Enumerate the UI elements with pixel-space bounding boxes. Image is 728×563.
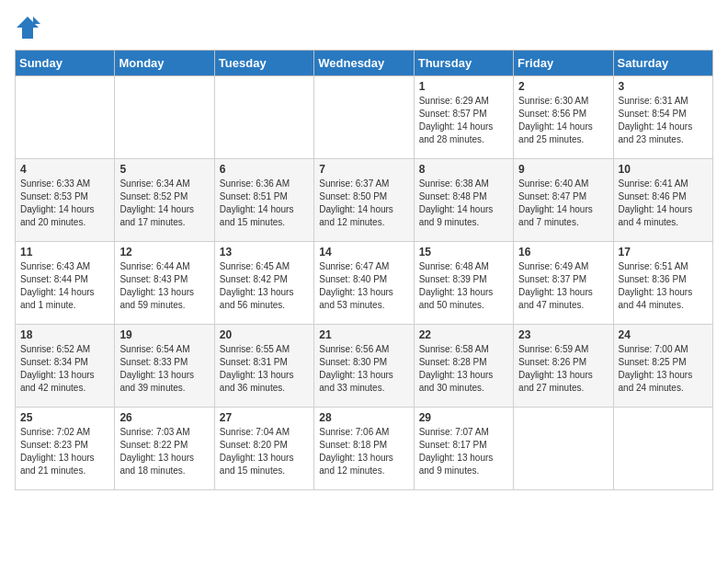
calendar-cell: 12Sunrise: 6:44 AM Sunset: 8:43 PM Dayli…	[115, 242, 214, 325]
calendar-cell	[613, 408, 712, 490]
calendar-cell: 13Sunrise: 6:45 AM Sunset: 8:42 PM Dayli…	[214, 242, 313, 325]
calendar-cell: 21Sunrise: 6:56 AM Sunset: 8:30 PM Dayli…	[314, 325, 414, 408]
day-info: Sunrise: 6:55 AM Sunset: 8:31 PM Dayligh…	[220, 343, 309, 395]
day-number: 20	[220, 328, 309, 341]
day-number: 26	[119, 411, 209, 424]
day-number: 1	[419, 80, 508, 93]
calendar-cell: 10Sunrise: 6:41 AM Sunset: 8:46 PM Dayli…	[613, 159, 712, 242]
calendar-cell: 18Sunrise: 6:52 AM Sunset: 8:34 PM Dayli…	[16, 325, 115, 408]
day-info: Sunrise: 6:36 AM Sunset: 8:51 PM Dayligh…	[220, 178, 309, 229]
day-info: Sunrise: 6:41 AM Sunset: 8:46 PM Dayligh…	[619, 178, 708, 229]
day-number: 21	[319, 328, 408, 341]
calendar-week-row: 1Sunrise: 6:29 AM Sunset: 8:57 PM Daylig…	[16, 76, 713, 159]
day-number: 13	[220, 246, 309, 259]
day-number: 23	[518, 328, 608, 341]
calendar-cell	[16, 76, 115, 159]
day-info: Sunrise: 6:49 AM Sunset: 8:37 PM Dayligh…	[518, 260, 608, 312]
day-info: Sunrise: 7:03 AM Sunset: 8:22 PM Dayligh…	[119, 426, 209, 477]
day-info: Sunrise: 7:07 AM Sunset: 8:17 PM Dayligh…	[419, 426, 508, 477]
day-number: 8	[419, 163, 508, 176]
calendar-cell	[314, 76, 414, 159]
day-number: 10	[619, 163, 708, 176]
calendar-cell: 17Sunrise: 6:51 AM Sunset: 8:36 PM Dayli…	[613, 242, 712, 325]
day-number: 18	[20, 328, 109, 341]
day-info: Sunrise: 6:43 AM Sunset: 8:44 PM Dayligh…	[20, 260, 109, 312]
day-info: Sunrise: 6:47 AM Sunset: 8:40 PM Dayligh…	[319, 260, 408, 312]
day-number: 29	[419, 411, 508, 424]
calendar-cell: 24Sunrise: 7:00 AM Sunset: 8:25 PM Dayli…	[613, 325, 712, 408]
calendar-cell: 20Sunrise: 6:55 AM Sunset: 8:31 PM Dayli…	[214, 325, 313, 408]
day-info: Sunrise: 6:30 AM Sunset: 8:56 PM Dayligh…	[518, 95, 608, 146]
logo-icon	[15, 15, 40, 40]
calendar-cell: 11Sunrise: 6:43 AM Sunset: 8:44 PM Dayli…	[16, 242, 115, 325]
calendar-cell: 22Sunrise: 6:58 AM Sunset: 8:28 PM Dayli…	[414, 325, 513, 408]
calendar-cell: 6Sunrise: 6:36 AM Sunset: 8:51 PM Daylig…	[214, 159, 313, 242]
day-info: Sunrise: 6:29 AM Sunset: 8:57 PM Dayligh…	[419, 95, 508, 146]
calendar-week-row: 25Sunrise: 7:02 AM Sunset: 8:23 PM Dayli…	[16, 408, 713, 490]
calendar-cell: 28Sunrise: 7:06 AM Sunset: 8:18 PM Dayli…	[314, 408, 414, 490]
calendar-cell	[214, 76, 313, 159]
calendar-cell	[115, 76, 214, 159]
day-number: 7	[319, 163, 408, 176]
day-number: 11	[20, 246, 109, 259]
day-info: Sunrise: 6:59 AM Sunset: 8:26 PM Dayligh…	[518, 343, 608, 395]
day-number: 2	[518, 80, 608, 93]
day-number: 25	[20, 411, 109, 424]
day-number: 28	[319, 411, 408, 424]
calendar-week-row: 4Sunrise: 6:33 AM Sunset: 8:53 PM Daylig…	[16, 159, 713, 242]
calendar-cell: 3Sunrise: 6:31 AM Sunset: 8:54 PM Daylig…	[613, 76, 712, 159]
day-info: Sunrise: 6:34 AM Sunset: 8:52 PM Dayligh…	[119, 178, 209, 229]
day-info: Sunrise: 6:31 AM Sunset: 8:54 PM Dayligh…	[619, 95, 708, 146]
weekday-header-thursday: Thursday	[414, 51, 513, 76]
calendar-cell: 2Sunrise: 6:30 AM Sunset: 8:56 PM Daylig…	[514, 76, 613, 159]
calendar-cell: 15Sunrise: 6:48 AM Sunset: 8:39 PM Dayli…	[414, 242, 513, 325]
day-number: 17	[619, 246, 708, 259]
day-info: Sunrise: 6:40 AM Sunset: 8:47 PM Dayligh…	[518, 178, 608, 229]
day-info: Sunrise: 7:02 AM Sunset: 8:23 PM Dayligh…	[20, 426, 109, 477]
day-info: Sunrise: 7:06 AM Sunset: 8:18 PM Dayligh…	[319, 426, 408, 477]
day-info: Sunrise: 6:33 AM Sunset: 8:53 PM Dayligh…	[20, 178, 109, 229]
calendar-cell: 29Sunrise: 7:07 AM Sunset: 8:17 PM Dayli…	[414, 408, 513, 490]
calendar-table: SundayMondayTuesdayWednesdayThursdayFrid…	[15, 50, 713, 490]
weekday-header-row: SundayMondayTuesdayWednesdayThursdayFrid…	[16, 51, 713, 76]
calendar-cell: 14Sunrise: 6:47 AM Sunset: 8:40 PM Dayli…	[314, 242, 414, 325]
calendar-cell: 19Sunrise: 6:54 AM Sunset: 8:33 PM Dayli…	[115, 325, 214, 408]
calendar-cell: 27Sunrise: 7:04 AM Sunset: 8:20 PM Dayli…	[214, 408, 313, 490]
weekday-header-friday: Friday	[514, 51, 613, 76]
weekday-header-wednesday: Wednesday	[314, 51, 414, 76]
weekday-header-saturday: Saturday	[613, 51, 712, 76]
day-number: 15	[419, 246, 508, 259]
calendar-cell: 4Sunrise: 6:33 AM Sunset: 8:53 PM Daylig…	[16, 159, 115, 242]
day-number: 22	[419, 328, 508, 341]
header	[15, 15, 713, 40]
calendar-week-row: 18Sunrise: 6:52 AM Sunset: 8:34 PM Dayli…	[16, 325, 713, 408]
day-info: Sunrise: 6:44 AM Sunset: 8:43 PM Dayligh…	[119, 260, 209, 312]
day-info: Sunrise: 7:04 AM Sunset: 8:20 PM Dayligh…	[220, 426, 309, 477]
day-number: 9	[518, 163, 608, 176]
day-number: 27	[220, 411, 309, 424]
day-info: Sunrise: 6:51 AM Sunset: 8:36 PM Dayligh…	[619, 260, 708, 312]
weekday-header-tuesday: Tuesday	[214, 51, 313, 76]
day-info: Sunrise: 6:52 AM Sunset: 8:34 PM Dayligh…	[20, 343, 109, 395]
day-info: Sunrise: 6:37 AM Sunset: 8:50 PM Dayligh…	[319, 178, 408, 229]
calendar-cell: 7Sunrise: 6:37 AM Sunset: 8:50 PM Daylig…	[314, 159, 414, 242]
day-number: 4	[20, 163, 109, 176]
day-info: Sunrise: 7:00 AM Sunset: 8:25 PM Dayligh…	[619, 343, 708, 395]
logo	[15, 15, 44, 40]
day-info: Sunrise: 6:38 AM Sunset: 8:48 PM Dayligh…	[419, 178, 508, 229]
day-number: 12	[119, 246, 209, 259]
day-number: 16	[518, 246, 608, 259]
calendar-cell: 25Sunrise: 7:02 AM Sunset: 8:23 PM Dayli…	[16, 408, 115, 490]
day-info: Sunrise: 6:54 AM Sunset: 8:33 PM Dayligh…	[119, 343, 209, 395]
day-number: 5	[119, 163, 209, 176]
calendar-week-row: 11Sunrise: 6:43 AM Sunset: 8:44 PM Dayli…	[16, 242, 713, 325]
weekday-header-monday: Monday	[115, 51, 214, 76]
day-number: 14	[319, 246, 408, 259]
day-info: Sunrise: 6:56 AM Sunset: 8:30 PM Dayligh…	[319, 343, 408, 395]
calendar-cell: 1Sunrise: 6:29 AM Sunset: 8:57 PM Daylig…	[414, 76, 513, 159]
day-number: 6	[220, 163, 309, 176]
calendar-cell: 26Sunrise: 7:03 AM Sunset: 8:22 PM Dayli…	[115, 408, 214, 490]
day-info: Sunrise: 6:58 AM Sunset: 8:28 PM Dayligh…	[419, 343, 508, 395]
weekday-header-sunday: Sunday	[16, 51, 115, 76]
day-number: 19	[119, 328, 209, 341]
